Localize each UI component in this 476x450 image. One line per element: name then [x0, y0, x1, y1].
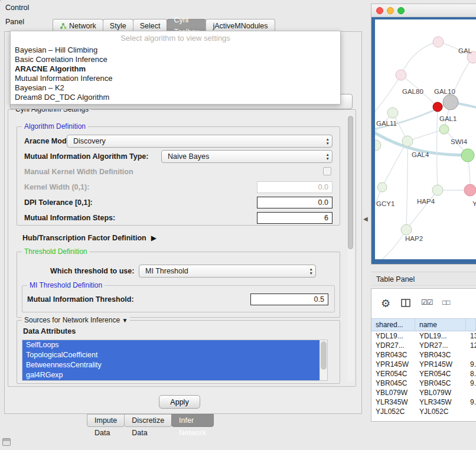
list-item[interactable]: SelfLoops	[22, 340, 319, 350]
svg-text:GAL4: GAL4	[412, 151, 429, 158]
expander-right-arrow-icon: ▶	[151, 234, 157, 242]
tab-select[interactable]: Select	[133, 19, 168, 32]
network-window-frame: GAL GAL80 GAL10 GAL11 GAL1 SWI4 GAL4 GCY…	[371, 17, 476, 264]
gear-icon[interactable]: ⚙	[381, 297, 390, 310]
table-row[interactable]: YDL19...YDL19...13	[371, 331, 476, 341]
kernel-width-field[interactable]: 0.0	[257, 181, 332, 193]
cyni-algorithm-settings-group: Cyni Algorithm Settings Algorithm Defini…	[8, 109, 356, 387]
dropdown-option[interactable]: Mutual Information Inference	[11, 74, 340, 83]
table-toolbar: ⚙ ☑☑ □□	[371, 289, 476, 318]
table-row[interactable]: YBR045CYBR045C9.	[371, 379, 476, 388]
columns-icon[interactable]	[401, 299, 410, 307]
node-gal11[interactable]	[387, 107, 398, 118]
zoom-traffic-light[interactable]	[397, 7, 405, 14]
table-panel-title: Table Panel	[376, 275, 415, 283]
mi-threshold-field[interactable]: 0.5	[250, 294, 328, 305]
combo-arrows-icon: ▲▼	[309, 267, 313, 275]
column-header-name[interactable]: name	[415, 319, 466, 331]
hub-definition-expander[interactable]: Hub/Transcription Factor Definition ▶	[22, 234, 157, 242]
hub-definition-label: Hub/Transcription Factor Definition	[22, 234, 146, 242]
minimize-traffic-light[interactable]	[387, 7, 394, 14]
table-row[interactable]: YLR345WYLR345W9.	[371, 397, 476, 407]
tab-impute-data[interactable]: Impute Data	[87, 414, 125, 427]
mi-threshold-definition-group: MI Threshold Definition Mutual Informati…	[22, 285, 335, 312]
manual-kernel-checkbox[interactable]	[323, 167, 331, 175]
list-item[interactable]: gal4RGexp	[22, 370, 319, 380]
node-pink[interactable]	[464, 184, 476, 196]
tab-discretize-data[interactable]: Discretize Data	[124, 414, 172, 427]
table-row[interactable]: YPR145WYPR145W9.	[371, 360, 476, 369]
mi-type-combobox[interactable]: Naive Bayes ▲▼	[161, 150, 332, 163]
mi-type-value: Naive Bayes	[168, 152, 209, 161]
node-gal10[interactable]	[443, 94, 458, 110]
table-row[interactable]: YDR27...YDR27...12	[371, 341, 476, 350]
dropdown-option[interactable]: Bayesian – K2	[11, 83, 340, 93]
settings-scrollbar-thumb[interactable]	[348, 116, 353, 249]
table-row[interactable]: YJL052CYJL052C	[371, 407, 476, 416]
column-header-partial[interactable]	[466, 319, 476, 331]
dpi-tolerance-field[interactable]: 0.0	[257, 197, 332, 208]
table-window: ⚙ ☑☑ □□ shared... name YDL19...YDL19...1…	[371, 288, 476, 422]
control-panel-window: Control Panel □ × Network Style Select C…	[0, 0, 1, 1]
network-canvas[interactable]: GAL GAL80 GAL10 GAL11 GAL1 SWI4 GAL4 GCY…	[375, 19, 476, 259]
node[interactable]	[433, 37, 444, 47]
list-item[interactable]: TopologicalCoefficient	[22, 350, 319, 360]
node-swi4[interactable]	[461, 149, 474, 162]
tab-style[interactable]: Style	[103, 19, 133, 32]
window-title: Control Panel	[5, 1, 29, 29]
network-tab-icon	[60, 22, 67, 30]
apply-button[interactable]: Apply	[159, 395, 200, 409]
select-all-icon[interactable]: ☑☑	[421, 298, 433, 306]
close-traffic-light[interactable]	[376, 7, 383, 14]
svg-text:GAL10: GAL10	[434, 88, 455, 95]
list-scrollbar-thumb[interactable]	[321, 341, 327, 370]
node[interactable]	[375, 140, 381, 151]
threshold-definition-group: Threshold Definition Which threshold to …	[17, 252, 340, 318]
settings-scrollbar[interactable]	[347, 115, 354, 381]
deselect-all-icon[interactable]: □□	[442, 298, 450, 306]
tab-cyni-toolbox[interactable]: Cyni Toolbox	[167, 19, 206, 32]
tab-network[interactable]: Network	[53, 19, 103, 32]
which-threshold-combobox[interactable]: MI Threshold ▲▼	[139, 265, 316, 278]
svg-text:GAL: GAL	[458, 47, 472, 54]
mi-steps-field[interactable]: 6	[257, 212, 332, 224]
dropdown-placeholder: Select algorithm to view settings	[11, 31, 340, 45]
aracne-mode-combobox[interactable]: Discovery ▲▼	[67, 135, 332, 148]
node-gal1[interactable]	[439, 125, 449, 134]
dropdown-option[interactable]: Basic Correlation Inference	[11, 55, 340, 64]
table-row[interactable]: YBL079WYBL079W	[371, 388, 476, 397]
combo-arrows-icon: ▲▼	[326, 137, 330, 145]
list-item[interactable]: BetweennessCentrality	[22, 360, 319, 370]
which-threshold-label: Which threshold to use:	[50, 265, 134, 278]
dropdown-option-selected[interactable]: ARACNE Algorithm	[11, 64, 340, 74]
tab-infer-network[interactable]: Infer Network	[171, 414, 214, 427]
tab-network-label: Network	[69, 20, 96, 32]
svg-text:GAL11: GAL11	[376, 120, 397, 127]
sources-group-title[interactable]: Sources for Network Inference ▼	[22, 316, 130, 324]
sources-group: Sources for Network Inference ▼ Data Att…	[17, 320, 340, 384]
table-panel-header: Table Panel	[371, 272, 476, 286]
table-row[interactable]: YBR043CYBR043C	[371, 350, 476, 360]
node-gal4[interactable]	[402, 136, 413, 146]
panel-toggle-icon[interactable]	[2, 438, 11, 446]
manual-kernel-label: Manual Kernel Width Definition	[24, 166, 133, 178]
node-gal80[interactable]	[396, 70, 406, 80]
data-attributes-list: SelfLoops TopologicalCoefficient Between…	[22, 340, 328, 381]
column-header-shared-name[interactable]: shared...	[371, 319, 415, 331]
network-view-window: GAL GAL80 GAL10 GAL11 GAL1 SWI4 GAL4 GCY…	[371, 4, 476, 265]
network-window-titlebar	[371, 4, 476, 17]
aracne-mode-value: Discovery	[73, 137, 106, 145]
tab-jactivemnodules[interactable]: jActiveMNodules	[206, 19, 275, 32]
list-scrollbar[interactable]	[319, 340, 327, 380]
which-threshold-value: MI Threshold	[145, 267, 188, 275]
node-gcy1[interactable]	[377, 182, 387, 192]
node-hap4[interactable]	[432, 185, 443, 195]
network-edges	[375, 42, 476, 259]
dropdown-option[interactable]: Dream8 DC_TDC Algorithm	[11, 93, 340, 102]
dropdown-option[interactable]: Bayesian – Hill Climbing	[11, 45, 340, 55]
node-red[interactable]	[433, 102, 442, 112]
table-row[interactable]: YER054CYER054C8.	[371, 369, 476, 379]
splitter-collapse-arrow[interactable]: ◀	[363, 216, 368, 222]
algorithm-definition-group: Algorithm Definition Aracne Mode: Discov…	[17, 126, 340, 226]
node-hap2[interactable]	[401, 224, 412, 235]
